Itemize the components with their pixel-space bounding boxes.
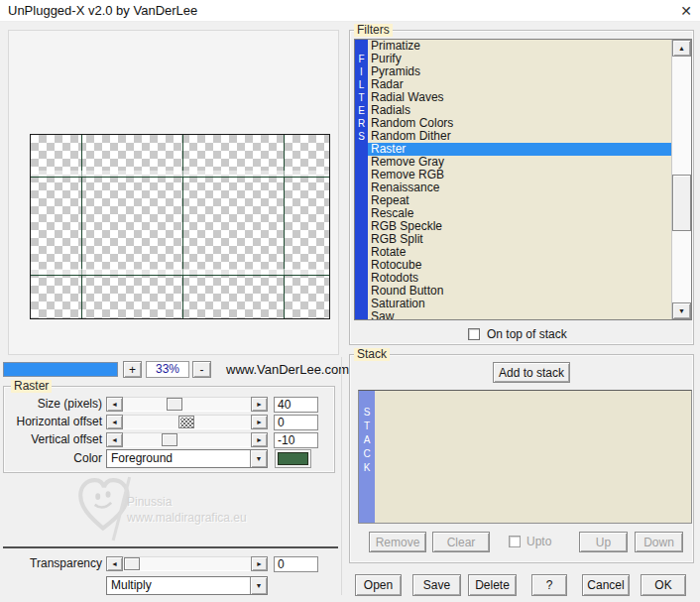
delete-button[interactable]: Delete bbox=[468, 574, 517, 596]
panel-separator bbox=[341, 357, 342, 595]
filter-item[interactable]: Renaissance bbox=[368, 181, 671, 194]
horizontal-left-arrow-button[interactable]: ◄ bbox=[106, 415, 123, 429]
transparency-slider-thumb[interactable] bbox=[124, 557, 140, 570]
grid-line bbox=[81, 135, 82, 318]
color-swatch bbox=[278, 452, 308, 465]
add-to-stack-button[interactable]: Add to stack bbox=[493, 362, 570, 383]
filter-item[interactable]: Random Dither bbox=[368, 130, 671, 143]
raster-group-label: Raster bbox=[11, 380, 52, 393]
color-source-combo[interactable]: Foreground ▼ bbox=[106, 449, 268, 468]
grid-line bbox=[31, 177, 329, 178]
stack-letter: S bbox=[364, 406, 371, 420]
up-button[interactable]: Up bbox=[579, 532, 628, 552]
vertical-right-arrow-button[interactable]: ► bbox=[251, 432, 268, 447]
color-combo-button[interactable]: ▼ bbox=[250, 450, 267, 467]
zoom-out-button[interactable]: - bbox=[192, 361, 211, 378]
plus-icon: + bbox=[129, 363, 136, 377]
transparency-right-arrow-button[interactable]: ► bbox=[251, 556, 268, 571]
filters-scrollbar[interactable]: ▲ ▼ bbox=[671, 40, 691, 319]
left-arrow-icon: ◄ bbox=[111, 419, 118, 425]
on-top-of-stack-label: On top of stack bbox=[487, 327, 567, 341]
chevron-down-icon: ▼ bbox=[256, 582, 263, 589]
stack-letter: K bbox=[364, 461, 371, 475]
stack-letter: A bbox=[364, 433, 371, 447]
scroll-down-button[interactable]: ▼ bbox=[672, 302, 691, 319]
filters-letter: T bbox=[358, 91, 364, 104]
transparency-value-field[interactable] bbox=[274, 556, 318, 572]
ok-button[interactable]: OK bbox=[641, 574, 686, 596]
horizontal-slider-thumb[interactable] bbox=[178, 416, 194, 428]
size-label: Size (pixels) bbox=[0, 397, 102, 412]
down-button[interactable]: Down bbox=[635, 532, 683, 552]
title-bar[interactable]: UnPlugged-X v2.0 by VanDerLee ✕ bbox=[0, 0, 700, 22]
on-top-of-stack-checkbox[interactable] bbox=[468, 328, 480, 340]
size-slider-thumb[interactable] bbox=[167, 398, 182, 411]
filters-group-label: Filters bbox=[354, 24, 393, 37]
color-swatch-well[interactable] bbox=[275, 449, 311, 468]
stack-group-label: Stack bbox=[354, 348, 390, 361]
blend-mode-value: Multiply bbox=[107, 577, 250, 594]
divider-line bbox=[3, 546, 338, 548]
transparency-left-arrow-button[interactable]: ◄ bbox=[106, 556, 123, 571]
transparency-label: Transparency bbox=[0, 556, 102, 571]
scroll-up-button[interactable]: ▲ bbox=[672, 40, 691, 57]
horizontal-offset-label: Horizontal offset bbox=[0, 415, 102, 429]
vertical-left-arrow-button[interactable]: ◄ bbox=[106, 432, 123, 447]
size-left-arrow-button[interactable]: ◄ bbox=[106, 397, 123, 412]
size-slider-track[interactable] bbox=[123, 397, 251, 412]
color-label: Color bbox=[0, 451, 102, 466]
filter-item[interactable]: Saturation bbox=[368, 298, 671, 310]
horizontal-value-field[interactable] bbox=[274, 415, 318, 430]
vertical-value-field[interactable] bbox=[274, 432, 318, 448]
filter-item[interactable]: Radial Waves bbox=[368, 91, 671, 104]
size-right-arrow-button[interactable]: ► bbox=[251, 397, 268, 412]
preview-image[interactable] bbox=[30, 134, 330, 319]
vertical-slider-track[interactable] bbox=[123, 432, 251, 447]
grid-line bbox=[284, 135, 285, 318]
stack-list[interactable] bbox=[375, 391, 691, 523]
left-arrow-icon: ◄ bbox=[111, 401, 118, 408]
help-button[interactable]: ? bbox=[531, 574, 567, 596]
save-button[interactable]: Save bbox=[412, 574, 461, 596]
scrollbar-thumb[interactable] bbox=[672, 175, 691, 231]
down-arrow-icon: ▼ bbox=[678, 307, 685, 314]
upto-label: Upto bbox=[526, 535, 551, 548]
vertical-slider-thumb[interactable] bbox=[162, 433, 177, 446]
right-arrow-icon: ► bbox=[256, 560, 263, 567]
open-button[interactable]: Open bbox=[355, 574, 402, 596]
filters-letter: R bbox=[358, 117, 365, 130]
stack-side-bar: STACK bbox=[359, 391, 375, 523]
clear-button[interactable]: Clear bbox=[432, 532, 490, 552]
close-icon[interactable]: ✕ bbox=[676, 1, 696, 21]
filters-listbox: FILTERS PrimatizePurifyPyramidsRadarRadi… bbox=[354, 39, 692, 320]
transparency-slider-track[interactable] bbox=[123, 556, 251, 571]
zoom-in-button[interactable]: + bbox=[123, 361, 142, 378]
right-arrow-icon: ► bbox=[256, 419, 263, 425]
right-arrow-icon: ► bbox=[256, 436, 263, 443]
stack-listbox: STACK bbox=[358, 390, 692, 524]
filter-item[interactable]: RGB Split bbox=[368, 233, 671, 246]
blend-combo-button[interactable]: ▼ bbox=[250, 577, 267, 594]
watermark-name: Pinussia bbox=[127, 495, 172, 509]
cancel-button[interactable]: Cancel bbox=[582, 574, 630, 596]
up-arrow-icon: ▲ bbox=[678, 45, 685, 52]
filters-letter: F bbox=[358, 53, 364, 65]
progress-bar bbox=[3, 362, 118, 377]
right-arrow-icon: ► bbox=[256, 401, 263, 408]
remove-button[interactable]: Remove bbox=[369, 532, 426, 552]
window-title: UnPlugged-X v2.0 by VanDerLee bbox=[8, 0, 197, 22]
chevron-down-icon: ▼ bbox=[256, 455, 263, 462]
blend-mode-combo[interactable]: Multiply ▼ bbox=[106, 576, 268, 595]
vanderlee-link[interactable]: www.VanDerLee.com bbox=[226, 362, 349, 377]
filter-item[interactable]: Primatize bbox=[368, 40, 671, 53]
filter-item[interactable]: Pyramids bbox=[368, 65, 671, 78]
filter-list[interactable]: PrimatizePurifyPyramidsRadarRadial Waves… bbox=[368, 40, 671, 319]
upto-checkbox[interactable] bbox=[509, 536, 521, 547]
vertical-offset-label: Vertical offset bbox=[0, 432, 102, 447]
size-value-field[interactable] bbox=[274, 397, 318, 413]
minus-icon: - bbox=[200, 363, 204, 377]
horizontal-right-arrow-button[interactable]: ► bbox=[251, 415, 268, 429]
horizontal-slider-track[interactable] bbox=[123, 415, 251, 429]
filters-side-bar: FILTERS bbox=[355, 40, 368, 319]
filter-item[interactable]: Saw bbox=[368, 310, 671, 319]
